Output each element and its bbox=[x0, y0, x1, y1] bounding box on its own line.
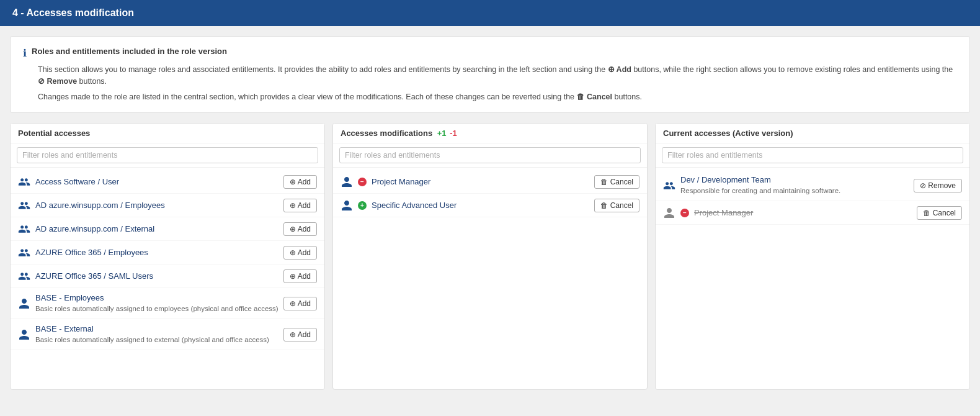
three-columns: Potential accesses Access Software / Use… bbox=[10, 123, 970, 390]
group-icon bbox=[18, 176, 30, 188]
list-item: BASE - Employees Basic roles automatical… bbox=[11, 288, 324, 319]
list-item-content: AZURE Office 365 / Employees bbox=[35, 248, 278, 257]
list-item-desc: Basic roles automatically assigned to ex… bbox=[35, 335, 278, 345]
potential-accesses-list: Access Software / User ⊕ Add AD azure.wi… bbox=[11, 168, 324, 389]
item-row: Dev / Development Team Responsible for c… bbox=[663, 175, 962, 196]
list-item-title: AD azure.winsupp.com / External bbox=[35, 224, 278, 233]
group-icon bbox=[18, 199, 30, 212]
accesses-modifications-filter-input[interactable] bbox=[339, 147, 641, 163]
list-item: Dev / Development Team Responsible for c… bbox=[656, 170, 969, 201]
list-item-desc: Responsible for creating and maintaining… bbox=[680, 186, 909, 196]
list-item: Access Software / User ⊕ Add bbox=[11, 170, 324, 194]
person-icon bbox=[18, 328, 30, 341]
badge-minus: -1 bbox=[450, 129, 457, 138]
list-item-content: Access Software / User bbox=[35, 177, 278, 186]
list-item-content: Project Manager bbox=[372, 177, 589, 186]
info-box-line1: This section allows you to manage roles … bbox=[38, 64, 957, 88]
current-accesses-filter-input[interactable] bbox=[662, 147, 963, 163]
current-accesses-column: Current accesses (Active version) Dev / bbox=[655, 123, 970, 390]
info-box: ℹ Roles and entitlements included in the… bbox=[10, 36, 970, 113]
list-item-content: Dev / Development Team Responsible for c… bbox=[680, 175, 909, 196]
person-icon bbox=[341, 199, 353, 212]
list-item-desc: Basic roles automatically assigned to em… bbox=[35, 304, 278, 314]
content-area: ℹ Roles and entitlements included in the… bbox=[0, 26, 980, 400]
list-item: BASE - External Basic roles automaticall… bbox=[11, 319, 324, 350]
add-button[interactable]: ⊕ Add bbox=[283, 297, 317, 310]
add-button[interactable]: ⊕ Add bbox=[283, 222, 317, 236]
list-item-title: Project Manager bbox=[372, 177, 589, 186]
add-button[interactable]: ⊕ Add bbox=[283, 328, 317, 341]
info-box-line2: Changes made to the role are listed in t… bbox=[38, 91, 957, 103]
page-title: 4 - Accesses modification bbox=[12, 7, 134, 18]
list-item-title: AD azure.winsupp.com / Employees bbox=[35, 201, 278, 210]
group-icon bbox=[18, 270, 30, 283]
accesses-modifications-header: Accesses modifications +1 -1 bbox=[333, 124, 647, 143]
list-item: AZURE Office 365 / SAML Users ⊕ Add bbox=[11, 265, 324, 288]
list-item-content: AD azure.winsupp.com / Employees bbox=[35, 201, 278, 210]
current-accesses-list: Dev / Development Team Responsible for c… bbox=[656, 168, 969, 389]
list-item-content: Specific Advanced User bbox=[372, 201, 589, 210]
info-icon: ℹ bbox=[23, 47, 27, 59]
list-item-content: Project Manager bbox=[694, 208, 912, 217]
list-item: AD azure.winsupp.com / External ⊕ Add bbox=[11, 217, 324, 241]
list-item-title: AZURE Office 365 / Employees bbox=[35, 248, 278, 257]
item-row: BASE - External Basic roles automaticall… bbox=[18, 324, 317, 345]
potential-accesses-column: Potential accesses Access Software / Use… bbox=[10, 123, 325, 390]
status-remove-icon bbox=[680, 209, 689, 217]
list-item-content: AD azure.winsupp.com / External bbox=[35, 224, 278, 233]
add-button[interactable]: ⊕ Add bbox=[283, 246, 317, 260]
accesses-modifications-list: Project Manager 🗑 Cancel Specific Advanc… bbox=[333, 168, 647, 389]
current-accesses-header: Current accesses (Active version) bbox=[656, 124, 969, 143]
add-button[interactable]: ⊕ Add bbox=[283, 199, 317, 212]
group-icon bbox=[663, 179, 675, 192]
potential-accesses-header: Potential accesses bbox=[11, 124, 324, 143]
cancel-button[interactable]: 🗑 Cancel bbox=[917, 206, 962, 220]
list-item-title: BASE - External bbox=[35, 324, 278, 333]
info-box-title-row: ℹ Roles and entitlements included in the… bbox=[23, 47, 957, 59]
cancel-button[interactable]: 🗑 Cancel bbox=[594, 175, 639, 189]
accesses-modifications-filter-wrap bbox=[333, 143, 647, 168]
group-icon bbox=[18, 223, 30, 235]
add-button[interactable]: ⊕ Add bbox=[283, 175, 317, 189]
list-item-content: BASE - External Basic roles automaticall… bbox=[35, 324, 278, 345]
list-item: AD azure.winsupp.com / Employees ⊕ Add bbox=[11, 194, 324, 217]
page-wrapper: 4 - Accesses modification ℹ Roles and en… bbox=[0, 0, 980, 416]
status-add-icon bbox=[358, 201, 367, 210]
person-icon bbox=[18, 297, 30, 310]
list-item-title: BASE - Employees bbox=[35, 293, 278, 302]
list-item-title: Access Software / User bbox=[35, 177, 278, 186]
cancel-button[interactable]: 🗑 Cancel bbox=[594, 199, 639, 212]
list-item-title: AZURE Office 365 / SAML Users bbox=[35, 271, 278, 281]
potential-accesses-title: Potential accesses bbox=[18, 129, 90, 138]
list-item-content: AZURE Office 365 / SAML Users bbox=[35, 271, 278, 281]
accesses-modifications-title: Accesses modifications bbox=[341, 129, 432, 138]
potential-accesses-filter-wrap bbox=[11, 143, 324, 168]
current-accesses-title: Current accesses (Active version) bbox=[663, 129, 793, 138]
current-accesses-filter-wrap bbox=[656, 143, 969, 168]
person-icon bbox=[663, 207, 675, 219]
list-item: AZURE Office 365 / Employees ⊕ Add bbox=[11, 241, 324, 265]
remove-button[interactable]: ⊘ Remove bbox=[914, 179, 962, 192]
badge-plus: +1 bbox=[437, 129, 447, 138]
group-icon bbox=[18, 246, 30, 259]
list-item: Project Manager 🗑 Cancel bbox=[656, 201, 969, 225]
list-item-content: BASE - Employees Basic roles automatical… bbox=[35, 293, 278, 314]
item-row: BASE - Employees Basic roles automatical… bbox=[18, 293, 317, 314]
list-item: Specific Advanced User 🗑 Cancel bbox=[333, 194, 647, 217]
list-item-title: Specific Advanced User bbox=[372, 201, 589, 210]
status-remove-icon bbox=[358, 178, 367, 186]
person-icon bbox=[341, 176, 353, 188]
accesses-modifications-column: Accesses modifications +1 -1 bbox=[332, 123, 648, 390]
list-item: Project Manager 🗑 Cancel bbox=[333, 170, 647, 194]
page-header: 4 - Accesses modification bbox=[0, 0, 980, 26]
info-box-title: Roles and entitlements included in the r… bbox=[32, 47, 227, 56]
add-button[interactable]: ⊕ Add bbox=[283, 269, 317, 283]
potential-accesses-filter-input[interactable] bbox=[17, 147, 318, 163]
list-item-title: Dev / Development Team bbox=[680, 175, 909, 184]
list-item-title: Project Manager bbox=[694, 208, 912, 217]
